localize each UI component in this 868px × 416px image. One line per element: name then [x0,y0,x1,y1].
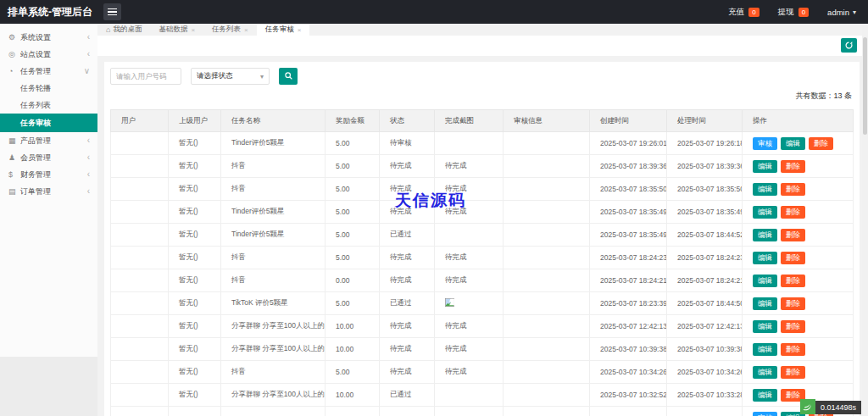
tab-label: 任务列表 [212,25,241,35]
cell-status: 待完成 [380,247,435,269]
sidebar-subitem-label: 任务轮播 [20,83,51,94]
cell-audit_info [504,224,590,247]
cell-created: 2025-03-07 10:32:52 [590,384,667,407]
cell-processed: 2025-03-07 18:24:21 [667,269,743,292]
cell-user [111,384,169,407]
cell-processed: 2025-03-07 10:33:28 [667,384,743,407]
edit-button[interactable]: 编辑 [753,252,777,264]
cell-parent: 暂无() [169,247,221,269]
cell-actions: 编辑删除 [743,178,854,201]
edit-button[interactable]: 编辑 [753,343,777,356]
close-icon[interactable]: × [298,26,302,34]
cell-created: 2025-03-07 10:34:26 [590,361,667,384]
cell-user [111,315,169,338]
audit-button[interactable]: 审核 [753,137,777,150]
sidebar-item-finance-management[interactable]: $ 财务管理 ‹ [0,166,97,183]
cell-amount: 10.00 [326,315,380,338]
cell-processed: 2025-03-07 18:35:50 [667,178,743,201]
cell-actions: 编辑删除 [743,361,854,384]
edit-button[interactable]: 编辑 [753,320,777,333]
sidebar-item-task-audit[interactable]: 任务审核 [0,114,97,132]
delete-button[interactable]: 删除 [781,275,805,287]
table-header-row: 用户 上级用户 任务名称 奖励金额 状态 完成截图 审核信息 创建时间 处理时间… [111,110,854,132]
audit-button[interactable]: 审核 [753,412,777,416]
col-parent-user: 上级用户 [169,110,221,132]
table-row: 暂无()Tinder评价5颗星5.00待完成待完成2025-03-07 18:3… [111,201,854,224]
recharge-menu-item[interactable]: 充值 0 [728,7,759,18]
sidebar-item-task-management[interactable]: ◔ 任务管理 ∨ [0,63,97,80]
cell-status: 已通过 [380,292,435,315]
cell-screenshot [435,384,504,407]
edit-button[interactable]: 编辑 [753,183,777,196]
user-number-input[interactable] [110,68,181,85]
sidebar-item-product-management[interactable]: ▦ 产品管理 ‹ [0,132,97,149]
edit-button[interactable]: 编辑 [781,137,805,150]
close-icon[interactable]: × [244,26,248,34]
search-button[interactable] [279,68,298,85]
delete-button[interactable]: 删除 [781,366,805,379]
cell-processed: 2025-03-07 18:24:23 [667,247,743,269]
cell-created: 2025-03-07 18:35:49 [590,224,667,247]
edit-button[interactable]: 编辑 [753,366,777,379]
cell-actions: 编辑删除 [743,292,854,315]
delete-button[interactable]: 删除 [781,160,805,173]
edit-button[interactable]: 编辑 [753,206,777,219]
cell-status: 已通过 [380,384,435,407]
col-status: 状态 [380,110,435,132]
edit-button[interactable]: 编辑 [753,297,777,310]
delete-button[interactable]: 删除 [781,206,805,219]
cell-audit_info [504,292,590,315]
withdraw-menu-item[interactable]: 提现 0 [778,7,809,18]
cell-processed: 2025-03-07 10:34:26 [667,361,743,384]
table-row: 暂无()分享群聊 分享至100人以上的群聊10.00待完成待完成2025-03-… [111,315,854,338]
delete-button[interactable]: 删除 [781,297,805,310]
sidebar-item-member-management[interactable]: ♟ 会员管理 ‹ [0,149,97,166]
refresh-button[interactable] [841,38,857,53]
col-processed-time: 处理时间 [667,110,743,132]
refresh-icon [844,38,854,53]
edit-button[interactable]: 编辑 [753,229,777,241]
edit-button[interactable]: 编辑 [753,160,777,173]
cell-status: 待完成 [380,201,435,224]
toolbar [97,36,868,56]
tab-my-desktop[interactable]: ⌂ 我的桌面 [97,24,150,36]
tab-task-list[interactable]: 任务列表 × [203,24,257,36]
sidebar-item-system-settings[interactable]: ⚙ 系统设置 ‹ [0,29,97,46]
cell-user [111,361,169,384]
sidebar-item-site-settings[interactable]: ◎ 站点设置 ‹ [0,46,97,63]
collapse-menu-button[interactable] [103,3,121,20]
table-row: 暂无()分享群聊 分享至100人以上的群聊10.00已通过2025-03-07 … [111,384,854,407]
delete-button[interactable]: 删除 [809,137,833,150]
delete-button[interactable]: 删除 [781,229,805,241]
cell-audit_info [504,384,590,407]
cell-actions: 编辑删除 [743,247,854,269]
status-select[interactable]: 请选择状态 ▾ [191,68,270,85]
recharge-label: 充值 [728,7,744,18]
table-row: 暂无()TikToK 评价5颗星5.00已通过2025-03-07 18:23:… [111,292,854,315]
trace-widget[interactable]: 0.014498s [800,399,861,414]
close-icon[interactable]: × [191,26,195,34]
user-menu[interactable]: admin ▾ [827,8,856,17]
sidebar-item-order-management[interactable]: ▤ 订单管理 ‹ [0,183,97,200]
cell-processed: 2025-03-07 12:42:13 [667,315,743,338]
tab-label: 基础数据 [159,25,187,35]
cell-parent: 暂无() [169,132,221,155]
cell-parent: 暂无() [169,361,221,384]
sidebar-item-label: 财务管理 [20,169,51,180]
tab-basic-data[interactable]: 基础数据 × [150,24,203,36]
cell-task: 分享群聊 分享至100人以上的群聊 [221,315,326,338]
delete-button[interactable]: 删除 [781,183,805,196]
sidebar-subitem-label: 任务列表 [20,100,51,111]
tab-task-audit[interactable]: 任务审核 × [257,24,310,36]
delete-button[interactable]: 删除 [781,252,805,264]
sidebar-item-task-list[interactable]: 任务列表 [0,97,97,114]
edit-button[interactable]: 编辑 [753,275,777,287]
cell-screenshot: 待完成 [435,269,504,292]
delete-button[interactable]: 删除 [781,320,805,333]
scrollbar-thumb[interactable] [863,37,867,135]
edit-button[interactable]: 编辑 [753,389,777,402]
thinkphp-logo-icon[interactable] [800,399,815,414]
delete-button[interactable]: 删除 [781,343,805,356]
sidebar-item-task-carousel[interactable]: 任务轮播 [0,80,97,97]
vertical-scrollbar[interactable] [862,24,868,416]
